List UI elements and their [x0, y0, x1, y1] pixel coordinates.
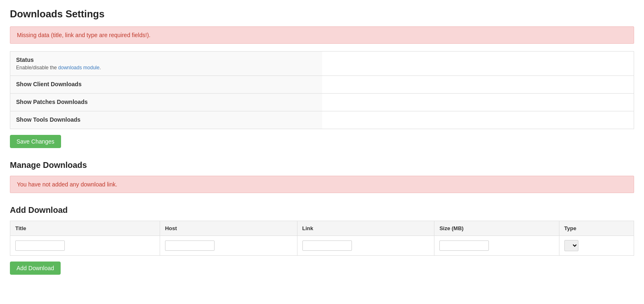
type-select[interactable]	[564, 240, 578, 251]
col-header-host: Host	[160, 221, 297, 236]
status-label: Status	[16, 57, 316, 63]
manage-downloads-section: Manage Downloads You have not added any …	[10, 160, 634, 193]
title-input[interactable]	[15, 240, 65, 251]
show-client-label: Show Client Downloads	[16, 81, 316, 87]
downloads-module-link[interactable]: downloads module	[58, 65, 99, 71]
status-label-cell: Status Enable/disable the downloads modu…	[10, 52, 322, 76]
status-desc: Enable/disable the downloads module.	[16, 65, 101, 71]
col-header-link: Link	[297, 221, 434, 236]
add-download-title: Add Download	[10, 205, 634, 215]
show-patches-label: Show Patches Downloads	[16, 99, 316, 105]
size-input[interactable]	[439, 240, 489, 251]
link-cell	[297, 236, 434, 256]
host-cell	[160, 236, 297, 256]
show-patches-label-cell: Show Patches Downloads	[10, 94, 322, 111]
manage-downloads-title: Manage Downloads	[10, 160, 634, 170]
show-client-label-cell: Show Client Downloads	[10, 76, 322, 94]
show-tools-label-cell: Show Tools Downloads	[10, 111, 322, 129]
add-download-table: Title Host Link Size (MB) Type	[10, 221, 634, 256]
show-tools-control-cell	[322, 111, 634, 129]
save-changes-button[interactable]: Save Changes	[10, 135, 61, 148]
table-row: Show Patches Downloads	[10, 94, 634, 111]
status-control-cell	[322, 52, 634, 76]
settings-error-alert: Missing data (title, link and type are r…	[10, 26, 634, 44]
link-input[interactable]	[302, 240, 352, 251]
show-client-control-cell	[322, 76, 634, 94]
col-header-type: Type	[559, 221, 634, 236]
manage-error-alert: You have not added any download link.	[10, 176, 634, 193]
settings-table: Status Enable/disable the downloads modu…	[10, 51, 634, 129]
table-row: Status Enable/disable the downloads modu…	[10, 52, 634, 76]
table-header-row: Title Host Link Size (MB) Type	[10, 221, 634, 236]
add-download-button[interactable]: Add Download	[10, 262, 61, 275]
table-row: Show Tools Downloads	[10, 111, 634, 129]
size-cell	[434, 236, 559, 256]
show-patches-control-cell	[322, 94, 634, 111]
host-input[interactable]	[165, 240, 215, 251]
title-cell	[10, 236, 160, 256]
table-row	[10, 236, 634, 256]
col-header-size: Size (MB)	[434, 221, 559, 236]
table-row: Show Client Downloads	[10, 76, 634, 94]
add-download-section: Add Download Title Host Link Size (MB) T…	[10, 205, 634, 275]
downloads-settings-section: Downloads Settings Missing data (title, …	[10, 8, 634, 148]
type-cell	[559, 236, 634, 256]
col-header-title: Title	[10, 221, 160, 236]
show-tools-label: Show Tools Downloads	[16, 116, 316, 123]
page-title: Downloads Settings	[10, 8, 634, 20]
